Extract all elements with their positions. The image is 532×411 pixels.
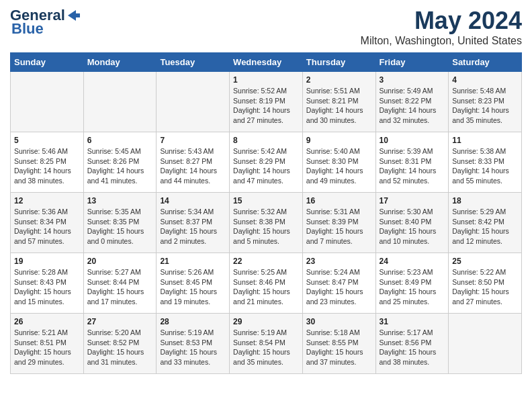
calendar-cell: 5Sunrise: 5:46 AM Sunset: 8:25 PM Daylig… — [11, 132, 84, 193]
day-info: Sunrise: 5:40 AM Sunset: 8:30 PM Dayligh… — [306, 146, 372, 186]
day-number: 17 — [380, 196, 445, 205]
day-info: Sunrise: 5:26 AM Sunset: 8:45 PM Dayligh… — [160, 267, 226, 307]
day-info: Sunrise: 5:45 AM Sunset: 8:26 PM Dayligh… — [87, 146, 153, 186]
day-info: Sunrise: 5:36 AM Sunset: 8:34 PM Dayligh… — [14, 207, 80, 246]
calendar-cell: 15Sunrise: 5:32 AM Sunset: 8:38 PM Dayli… — [230, 193, 303, 253]
day-number: 4 — [452, 75, 518, 85]
day-info: Sunrise: 5:18 AM Sunset: 8:55 PM Dayligh… — [306, 328, 372, 367]
weekday-header-sunday: Sunday — [11, 53, 84, 72]
calendar-cell — [157, 72, 230, 132]
day-number: 27 — [87, 317, 153, 326]
calendar-cell: 29Sunrise: 5:19 AM Sunset: 8:54 PM Dayli… — [230, 314, 303, 374]
day-number: 7 — [160, 136, 226, 145]
page-header: General Blue May 2024 Milton, Washington… — [10, 7, 522, 47]
calendar-cell: 26Sunrise: 5:21 AM Sunset: 8:51 PM Dayli… — [11, 314, 84, 374]
calendar-cell: 2Sunrise: 5:51 AM Sunset: 8:21 PM Daylig… — [302, 72, 375, 132]
calendar-cell: 6Sunrise: 5:45 AM Sunset: 8:26 PM Daylig… — [83, 132, 157, 193]
calendar-cell: 7Sunrise: 5:43 AM Sunset: 8:27 PM Daylig… — [157, 132, 230, 193]
title-block: May 2024 Milton, Washington, United Stat… — [361, 7, 522, 47]
day-info: Sunrise: 5:24 AM Sunset: 8:47 PM Dayligh… — [306, 267, 372, 307]
day-info: Sunrise: 5:21 AM Sunset: 8:51 PM Dayligh… — [14, 328, 80, 367]
calendar-cell: 24Sunrise: 5:23 AM Sunset: 8:49 PM Dayli… — [375, 253, 449, 314]
calendar-cell — [449, 314, 522, 374]
calendar-week-row: 1Sunrise: 5:52 AM Sunset: 8:19 PM Daylig… — [11, 72, 522, 132]
logo-arrow-icon — [66, 8, 81, 23]
day-number: 29 — [233, 317, 299, 326]
day-number: 12 — [14, 196, 80, 205]
calendar-cell — [83, 72, 157, 132]
calendar-cell: 3Sunrise: 5:49 AM Sunset: 8:22 PM Daylig… — [375, 72, 449, 132]
day-info: Sunrise: 5:35 AM Sunset: 8:35 PM Dayligh… — [87, 207, 153, 246]
calendar-cell: 27Sunrise: 5:20 AM Sunset: 8:52 PM Dayli… — [83, 314, 157, 374]
day-info: Sunrise: 5:48 AM Sunset: 8:23 PM Dayligh… — [452, 86, 518, 126]
day-info: Sunrise: 5:51 AM Sunset: 8:21 PM Dayligh… — [306, 86, 372, 126]
day-number: 11 — [452, 136, 518, 145]
day-info: Sunrise: 5:31 AM Sunset: 8:39 PM Dayligh… — [306, 207, 372, 246]
calendar-cell: 8Sunrise: 5:42 AM Sunset: 8:29 PM Daylig… — [230, 132, 303, 193]
day-number: 23 — [306, 257, 372, 266]
day-info: Sunrise: 5:23 AM Sunset: 8:49 PM Dayligh… — [380, 267, 445, 307]
calendar-cell: 22Sunrise: 5:25 AM Sunset: 8:46 PM Dayli… — [230, 253, 303, 314]
day-number: 31 — [380, 317, 445, 326]
day-number: 22 — [233, 257, 299, 266]
calendar-cell: 12Sunrise: 5:36 AM Sunset: 8:34 PM Dayli… — [11, 193, 84, 253]
day-info: Sunrise: 5:52 AM Sunset: 8:19 PM Dayligh… — [233, 86, 299, 126]
calendar-week-row: 19Sunrise: 5:28 AM Sunset: 8:43 PM Dayli… — [11, 253, 522, 314]
day-info: Sunrise: 5:25 AM Sunset: 8:46 PM Dayligh… — [233, 267, 299, 307]
day-number: 2 — [306, 75, 372, 85]
calendar-subtitle: Milton, Washington, United States — [361, 35, 522, 47]
calendar-table: SundayMondayTuesdayWednesdayThursdayFrid… — [10, 52, 522, 374]
day-number: 24 — [380, 257, 445, 266]
calendar-cell: 4Sunrise: 5:48 AM Sunset: 8:23 PM Daylig… — [449, 72, 522, 132]
day-number: 9 — [306, 136, 372, 145]
weekday-header-friday: Friday — [375, 53, 449, 72]
calendar-cell: 14Sunrise: 5:34 AM Sunset: 8:37 PM Dayli… — [157, 193, 230, 253]
calendar-cell: 31Sunrise: 5:17 AM Sunset: 8:56 PM Dayli… — [375, 314, 449, 374]
day-info: Sunrise: 5:30 AM Sunset: 8:40 PM Dayligh… — [380, 207, 445, 246]
calendar-title: May 2024 — [361, 7, 522, 35]
day-info: Sunrise: 5:28 AM Sunset: 8:43 PM Dayligh… — [14, 267, 80, 307]
day-number: 25 — [452, 257, 518, 266]
day-info: Sunrise: 5:49 AM Sunset: 8:22 PM Dayligh… — [380, 86, 445, 126]
weekday-header-wednesday: Wednesday — [230, 53, 303, 72]
calendar-cell: 23Sunrise: 5:24 AM Sunset: 8:47 PM Dayli… — [302, 253, 375, 314]
day-info: Sunrise: 5:19 AM Sunset: 8:53 PM Dayligh… — [160, 328, 226, 367]
calendar-cell: 10Sunrise: 5:39 AM Sunset: 8:31 PM Dayli… — [375, 132, 449, 193]
calendar-cell: 11Sunrise: 5:38 AM Sunset: 8:33 PM Dayli… — [449, 132, 522, 193]
day-info: Sunrise: 5:17 AM Sunset: 8:56 PM Dayligh… — [380, 328, 445, 367]
day-number: 15 — [233, 196, 299, 205]
calendar-week-row: 26Sunrise: 5:21 AM Sunset: 8:51 PM Dayli… — [11, 314, 522, 374]
day-number: 1 — [233, 75, 299, 85]
calendar-cell: 19Sunrise: 5:28 AM Sunset: 8:43 PM Dayli… — [11, 253, 84, 314]
day-number: 28 — [160, 317, 226, 326]
svg-marker-0 — [68, 10, 80, 21]
calendar-cell: 13Sunrise: 5:35 AM Sunset: 8:35 PM Dayli… — [83, 193, 157, 253]
day-number: 13 — [87, 196, 153, 205]
calendar-cell: 9Sunrise: 5:40 AM Sunset: 8:30 PM Daylig… — [302, 132, 375, 193]
day-number: 18 — [452, 196, 518, 205]
calendar-cell — [11, 72, 84, 132]
day-number: 3 — [380, 75, 445, 85]
calendar-cell: 17Sunrise: 5:30 AM Sunset: 8:40 PM Dayli… — [375, 193, 449, 253]
calendar-cell: 16Sunrise: 5:31 AM Sunset: 8:39 PM Dayli… — [302, 193, 375, 253]
calendar-cell: 30Sunrise: 5:18 AM Sunset: 8:55 PM Dayli… — [302, 314, 375, 374]
day-info: Sunrise: 5:19 AM Sunset: 8:54 PM Dayligh… — [233, 328, 299, 367]
calendar-cell: 20Sunrise: 5:27 AM Sunset: 8:44 PM Dayli… — [83, 253, 157, 314]
day-number: 5 — [14, 136, 80, 145]
day-info: Sunrise: 5:38 AM Sunset: 8:33 PM Dayligh… — [452, 146, 518, 186]
day-info: Sunrise: 5:22 AM Sunset: 8:50 PM Dayligh… — [452, 267, 518, 307]
day-number: 16 — [306, 196, 372, 205]
day-number: 14 — [160, 196, 226, 205]
day-number: 26 — [14, 317, 80, 326]
calendar-cell: 1Sunrise: 5:52 AM Sunset: 8:19 PM Daylig… — [230, 72, 303, 132]
weekday-header-thursday: Thursday — [302, 53, 375, 72]
weekday-header-monday: Monday — [83, 53, 157, 72]
calendar-cell: 28Sunrise: 5:19 AM Sunset: 8:53 PM Dayli… — [157, 314, 230, 374]
calendar-week-row: 12Sunrise: 5:36 AM Sunset: 8:34 PM Dayli… — [11, 193, 522, 253]
calendar-cell: 25Sunrise: 5:22 AM Sunset: 8:50 PM Dayli… — [449, 253, 522, 314]
day-info: Sunrise: 5:27 AM Sunset: 8:44 PM Dayligh… — [87, 267, 153, 307]
day-info: Sunrise: 5:32 AM Sunset: 8:38 PM Dayligh… — [233, 207, 299, 246]
calendar-cell: 18Sunrise: 5:29 AM Sunset: 8:42 PM Dayli… — [449, 193, 522, 253]
day-info: Sunrise: 5:34 AM Sunset: 8:37 PM Dayligh… — [160, 207, 226, 246]
day-info: Sunrise: 5:42 AM Sunset: 8:29 PM Dayligh… — [233, 146, 299, 186]
